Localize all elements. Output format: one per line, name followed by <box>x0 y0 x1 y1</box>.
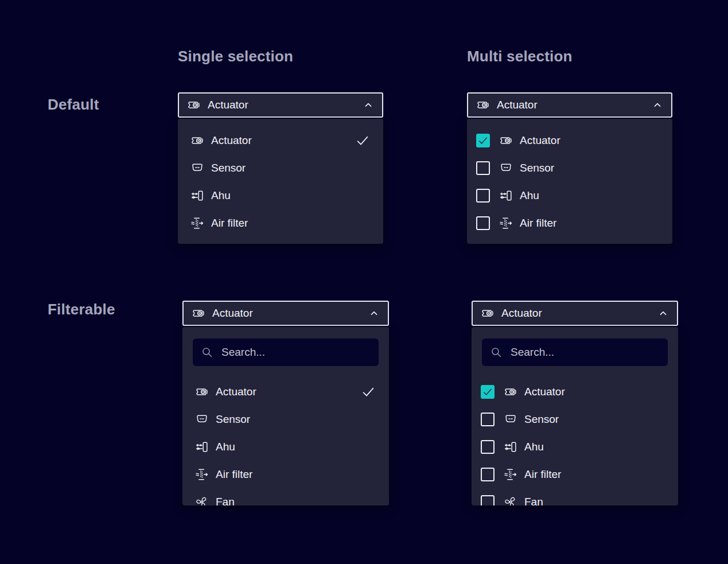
option-ahu[interactable]: Ahu <box>472 433 678 461</box>
option-label: Actuator <box>524 386 565 398</box>
option-sensor[interactable]: Sensor <box>467 154 672 182</box>
dropdown-selected-value: Actuator <box>497 99 538 111</box>
sensor-icon <box>190 161 204 175</box>
actuator-icon <box>190 134 204 147</box>
air-filter-icon <box>499 216 513 230</box>
dropdown-trigger[interactable]: Actuator <box>467 92 672 118</box>
option-sensor[interactable]: Sensor <box>182 406 389 433</box>
option-fan[interactable]: Fan <box>472 488 678 505</box>
fan-icon <box>504 495 517 505</box>
search-icon <box>201 346 213 359</box>
air-filter-icon <box>195 468 209 481</box>
dropdown-panel: Actuator Sensor Ahu Air filter <box>467 119 672 244</box>
option-label: Ahu <box>211 189 231 202</box>
ahu-icon <box>195 440 209 454</box>
search-field[interactable] <box>193 339 379 366</box>
option-label: Fan <box>216 496 235 505</box>
checkbox-checked[interactable] <box>476 134 490 147</box>
dropdown-panel: Actuator Sensor Ahu Air filter <box>178 119 383 244</box>
chevron-up-icon[interactable] <box>368 308 380 319</box>
search-icon <box>490 346 503 359</box>
option-label: Air filter <box>524 468 561 481</box>
option-actuator[interactable]: Actuator <box>182 378 389 406</box>
checkbox-checked[interactable] <box>481 385 495 399</box>
air-filter-icon <box>190 216 204 230</box>
actuator-icon <box>499 134 513 147</box>
option-label: Actuator <box>211 134 252 147</box>
option-sensor[interactable]: Sensor <box>178 154 383 182</box>
check-icon <box>482 387 493 397</box>
option-air-filter[interactable]: Air filter <box>472 461 678 488</box>
ahu-icon <box>499 189 513 203</box>
option-ahu[interactable]: Ahu <box>467 182 672 209</box>
dropdown-filterable-single: Actuator Actuator Sensor Ahu <box>182 301 389 505</box>
actuator-icon <box>481 306 495 320</box>
actuator-icon <box>187 98 201 112</box>
option-label: Air filter <box>211 217 248 230</box>
option-sensor[interactable]: Sensor <box>472 406 678 433</box>
option-label: Sensor <box>216 413 250 426</box>
dropdown-filterable-multi: Actuator Actuator Sensor <box>472 301 678 505</box>
check-icon <box>478 135 488 146</box>
option-label: Sensor <box>524 413 559 426</box>
option-ahu[interactable]: Ahu <box>178 182 383 209</box>
checkbox-unchecked[interactable] <box>476 216 490 230</box>
sensor-icon <box>504 413 517 426</box>
option-label: Actuator <box>216 386 256 398</box>
option-actuator[interactable]: Actuator <box>178 127 383 154</box>
dropdown-selected-value: Actuator <box>501 307 542 320</box>
option-label: Ahu <box>216 441 235 453</box>
option-label: Actuator <box>520 134 560 147</box>
option-air-filter[interactable]: Air filter <box>467 209 672 237</box>
option-label: Air filter <box>216 468 252 481</box>
dropdown-panel: Actuator Sensor Ahu Air filter Fan <box>182 327 389 505</box>
option-air-filter[interactable]: Air filter <box>182 461 389 488</box>
checkbox-unchecked[interactable] <box>481 413 495 426</box>
checkbox-unchecked[interactable] <box>481 440 495 454</box>
option-label: Sensor <box>520 162 554 174</box>
row-label-default: Default <box>48 96 99 114</box>
check-icon <box>361 385 375 399</box>
sensor-icon <box>195 413 209 426</box>
option-fan[interactable]: Fan <box>182 488 389 505</box>
dropdown-default-single: Actuator Actuator Sensor Ahu Air filter <box>178 92 383 244</box>
chevron-up-icon[interactable] <box>652 99 663 111</box>
dropdown-selected-value: Actuator <box>208 99 248 111</box>
search-field[interactable] <box>482 339 668 366</box>
checkbox-unchecked[interactable] <box>476 189 490 203</box>
actuator-icon <box>476 98 490 112</box>
chevron-up-icon[interactable] <box>657 308 669 319</box>
actuator-icon <box>504 385 517 399</box>
checkbox-unchecked[interactable] <box>476 161 490 175</box>
dropdown-panel: Actuator Sensor Ahu Air filter Fan <box>472 327 678 505</box>
search-input[interactable] <box>509 345 660 359</box>
actuator-icon <box>195 385 209 399</box>
option-label: Fan <box>524 496 543 505</box>
air-filter-icon <box>504 468 517 481</box>
dropdown-default-multi: Actuator Actuator Sensor Ahu <box>467 92 672 244</box>
option-air-filter[interactable]: Air filter <box>178 209 383 237</box>
option-label: Air filter <box>520 217 556 230</box>
option-label: Ahu <box>520 189 539 202</box>
component-showcase-canvas: Single selection Multi selection Default… <box>0 0 728 564</box>
option-ahu[interactable]: Ahu <box>182 433 389 461</box>
actuator-icon <box>192 306 205 320</box>
fan-icon <box>195 495 209 505</box>
dropdown-selected-value: Actuator <box>212 307 253 320</box>
checkbox-unchecked[interactable] <box>481 468 495 481</box>
option-actuator[interactable]: Actuator <box>472 378 678 406</box>
dropdown-trigger[interactable]: Actuator <box>178 92 383 118</box>
ahu-icon <box>190 189 204 203</box>
ahu-icon <box>504 440 517 454</box>
search-input[interactable] <box>220 345 371 359</box>
option-label: Sensor <box>211 162 246 174</box>
check-icon <box>356 134 369 147</box>
option-label: Ahu <box>524 441 544 453</box>
option-actuator[interactable]: Actuator <box>467 127 672 154</box>
sensor-icon <box>499 161 513 175</box>
chevron-up-icon[interactable] <box>363 99 374 111</box>
checkbox-unchecked[interactable] <box>481 495 495 505</box>
dropdown-trigger[interactable]: Actuator <box>472 301 678 326</box>
column-heading-multi-selection: Multi selection <box>467 48 573 65</box>
dropdown-trigger[interactable]: Actuator <box>182 301 389 326</box>
